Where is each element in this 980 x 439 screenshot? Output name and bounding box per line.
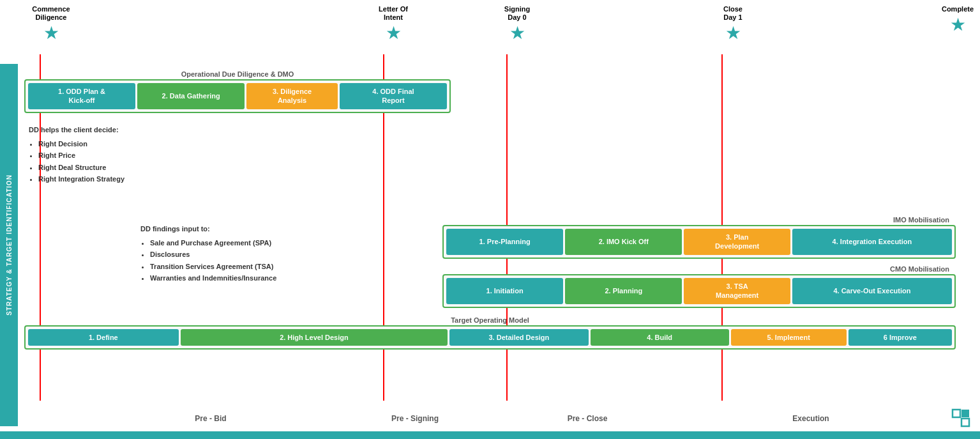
left-label: STRATEGY & TARGET IDENTIFICATION — [0, 64, 18, 426]
bottom-bar — [0, 431, 980, 439]
milestone-complete: Complete ★ — [932, 5, 980, 34]
tom-phase-6: 6 Improve — [848, 329, 952, 346]
tom-border: 1. Define 2. High Level Design 3. Detail… — [24, 325, 956, 350]
milestone-label-signing: SigningDay 0 — [504, 5, 530, 22]
cmo-phase-4: 4. Carve-Out Execution — [792, 278, 952, 304]
phase-label-prebid: Pre - Bid — [128, 414, 294, 423]
tom-header: Target Operating Model — [24, 316, 956, 324]
tom-phase-4: 4. Build — [591, 329, 729, 346]
imo-phase-2: 2. IMO Kick Off — [565, 229, 682, 255]
cmo-phase-3: 3. TSAManagement — [684, 278, 790, 304]
logo — [951, 408, 970, 427]
cmo-section: CMO Mobilisation 1. Initiation 2. Planni… — [442, 265, 956, 308]
odd-section: Operational Due Diligence & DMO 1. ODD P… — [24, 70, 451, 113]
cmo-border: 1. Initiation 2. Planning 3. TSAManageme… — [442, 274, 956, 308]
svg-rect-1 — [961, 410, 969, 417]
phase-label-execution: Execution — [747, 414, 875, 423]
imo-header: IMO Mobilisation — [442, 216, 956, 224]
star-close: ★ — [725, 24, 741, 42]
phase-label-presigning: Pre - Signing — [364, 414, 466, 423]
dd-text-section: DD helps the client decide: Right Decisi… — [29, 125, 124, 186]
cmo-phase-1: 1. Initiation — [446, 278, 563, 304]
dd-finding-2: Disclosures — [150, 249, 276, 261]
dd-text-title: DD helps the client decide: — [29, 125, 124, 136]
milestone-commence: CommenceDiligence ★ — [26, 5, 77, 42]
milestone-label-close: CloseDay 1 — [723, 5, 743, 22]
dd-finding-4: Warranties and Indemnities/Insurance — [150, 273, 276, 284]
svg-rect-2 — [961, 419, 969, 426]
phase-label-preclose: Pre - Close — [536, 414, 638, 423]
milestone-close: CloseDay 1 ★ — [707, 5, 758, 42]
milestone-loi: Letter OfIntent ★ — [368, 5, 419, 42]
dd-item-4: Right Integration Strategy — [38, 174, 124, 185]
dd-item-1: Right Decision — [38, 139, 124, 150]
odd-phase-2: 2. Data Gathering — [137, 83, 245, 109]
cmo-header: CMO Mobilisation — [442, 265, 956, 273]
star-loi: ★ — [386, 24, 402, 42]
tom-phase-1: 1. Define — [28, 329, 179, 346]
star-signing: ★ — [509, 24, 525, 42]
tom-phase-5: 5. Implement — [731, 329, 847, 346]
tom-phase-3: 3. Detailed Design — [449, 329, 588, 346]
dd-finding-1: Sale and Purchase Agreement (SPA) — [150, 238, 276, 249]
dd-findings-section: DD findings input to: Sale and Purchase … — [140, 224, 276, 285]
milestone-label-commence: CommenceDiligence — [32, 5, 70, 22]
star-commence: ★ — [43, 24, 59, 42]
tom-section: Target Operating Model 1. Define 2. High… — [24, 316, 956, 350]
imo-phase-1: 1. Pre-Planning — [446, 229, 563, 255]
main-container: STRATEGY & TARGET IDENTIFICATION Commenc… — [0, 0, 980, 439]
imo-phase-3: 3. PlanDevelopment — [684, 229, 790, 255]
dd-text-list: Right Decision Right Price Right Deal St… — [38, 139, 124, 185]
milestone-signing: SigningDay 0 ★ — [492, 5, 543, 42]
dd-findings-title: DD findings input to: — [140, 224, 276, 235]
star-complete: ★ — [950, 16, 966, 34]
odd-border: 1. ODD Plan &Kick-off 2. Data Gathering … — [24, 79, 451, 113]
odd-phase-3: 3. DiligenceAnalysis — [246, 83, 338, 109]
left-label-text: STRATEGY & TARGET IDENTIFICATION — [6, 174, 13, 316]
dd-findings-list: Sale and Purchase Agreement (SPA) Disclo… — [150, 238, 276, 284]
tom-phase-2: 2. High Level Design — [181, 329, 448, 346]
odd-header: Operational Due Diligence & DMO — [24, 70, 451, 78]
svg-rect-0 — [953, 410, 960, 417]
odd-phase-1: 1. ODD Plan &Kick-off — [28, 83, 135, 109]
milestone-label-loi: Letter OfIntent — [379, 5, 408, 22]
cmo-phases: 1. Initiation 2. Planning 3. TSAManageme… — [446, 278, 952, 304]
odd-phases: 1. ODD Plan &Kick-off 2. Data Gathering … — [28, 83, 447, 109]
imo-phases: 1. Pre-Planning 2. IMO Kick Off 3. PlanD… — [446, 229, 952, 255]
tom-phases: 1. Define 2. High Level Design 3. Detail… — [28, 329, 952, 346]
cmo-phase-2: 2. Planning — [565, 278, 682, 304]
dd-item-2: Right Price — [38, 150, 124, 162]
imo-border: 1. Pre-Planning 2. IMO Kick Off 3. PlanD… — [442, 225, 956, 259]
imo-section: IMO Mobilisation 1. Pre-Planning 2. IMO … — [442, 216, 956, 259]
odd-phase-4: 4. ODD FinalReport — [340, 83, 447, 109]
dd-finding-3: Transition Services Agreement (TSA) — [150, 261, 276, 273]
imo-phase-4: 4. Integration Execution — [792, 229, 952, 255]
dd-item-3: Right Deal Structure — [38, 162, 124, 174]
milestone-label-complete: Complete — [942, 5, 974, 13]
